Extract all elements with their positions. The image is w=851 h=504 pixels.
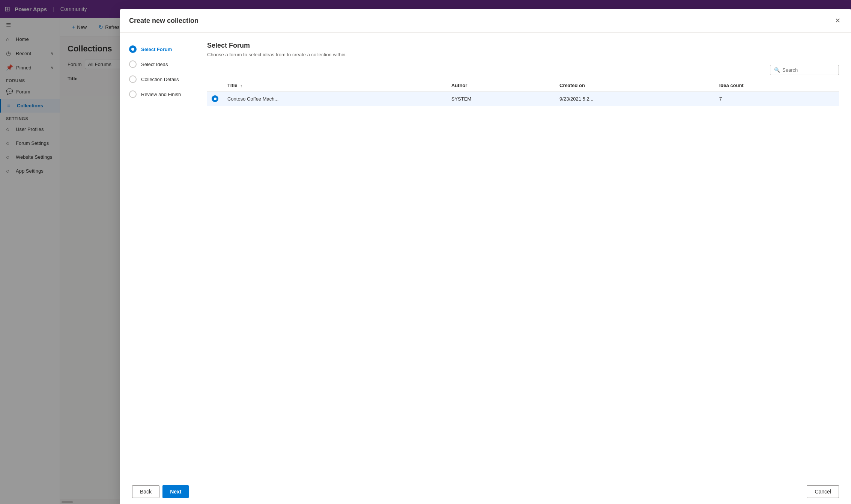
row-radio-dot bbox=[212, 95, 218, 102]
step-collection-details[interactable]: Collection Details bbox=[126, 72, 189, 87]
content-description: Choose a forum to select ideas from to c… bbox=[207, 52, 839, 57]
search-box[interactable]: 🔍 bbox=[770, 65, 839, 75]
step-circle-1 bbox=[129, 45, 137, 53]
col-header-title[interactable]: Title ↑ bbox=[223, 80, 447, 92]
modal-step-content: Select Forum Choose a forum to select id… bbox=[195, 33, 851, 479]
stepper: Select Forum Select Ideas Collection Det… bbox=[120, 33, 195, 479]
row-idea-count-cell: 7 bbox=[715, 92, 839, 106]
row-radio bbox=[212, 95, 218, 102]
step-select-forum[interactable]: Select Forum bbox=[126, 42, 189, 57]
next-button[interactable]: Next bbox=[162, 485, 189, 498]
row-title-cell: Contoso Coffee Mach... bbox=[223, 92, 447, 106]
step-circle-3 bbox=[129, 75, 137, 83]
modal-footer: Back Next Cancel bbox=[120, 479, 851, 504]
step-select-ideas[interactable]: Select Ideas bbox=[126, 57, 189, 72]
step-label-1: Select Forum bbox=[141, 47, 172, 52]
step-review-finish[interactable]: Review and Finish bbox=[126, 87, 189, 102]
table-row[interactable]: Contoso Coffee Mach... SYSTEM 9/23/2021 … bbox=[207, 92, 839, 106]
row-select-cell bbox=[207, 92, 223, 106]
search-row: 🔍 bbox=[207, 65, 839, 75]
step-label-2: Select Ideas bbox=[141, 62, 168, 67]
forum-table: Title ↑ Author Created on Idea count bbox=[207, 80, 839, 106]
col-header-idea-count[interactable]: Idea count bbox=[715, 80, 839, 92]
cancel-button[interactable]: Cancel bbox=[807, 485, 839, 498]
step-circle-4 bbox=[129, 90, 137, 98]
back-button[interactable]: Back bbox=[132, 485, 159, 498]
col-header-select bbox=[207, 80, 223, 92]
modal-header: Create new collection ✕ bbox=[120, 9, 851, 33]
table-header-row: Title ↑ Author Created on Idea count bbox=[207, 80, 839, 92]
modal-footer-left: Back Next bbox=[132, 485, 189, 498]
col-header-author[interactable]: Author bbox=[447, 80, 555, 92]
col-header-created-on[interactable]: Created on bbox=[555, 80, 715, 92]
search-input[interactable] bbox=[782, 67, 835, 73]
sort-arrow-title: ↑ bbox=[240, 83, 242, 88]
row-author-cell: SYSTEM bbox=[447, 92, 555, 106]
modal-title: Create new collection bbox=[129, 17, 198, 25]
row-created-on-cell: 9/23/2021 5:2... bbox=[555, 92, 715, 106]
search-icon: 🔍 bbox=[774, 67, 780, 73]
modal-body: Select Forum Select Ideas Collection Det… bbox=[120, 33, 851, 479]
create-collection-modal: Create new collection ✕ Select Forum Sel… bbox=[120, 9, 851, 504]
modal-close-button[interactable]: ✕ bbox=[833, 15, 842, 26]
content-title: Select Forum bbox=[207, 42, 839, 50]
step-circle-2 bbox=[129, 60, 137, 68]
step-label-3: Collection Details bbox=[141, 77, 179, 82]
step-label-4: Review and Finish bbox=[141, 92, 181, 97]
